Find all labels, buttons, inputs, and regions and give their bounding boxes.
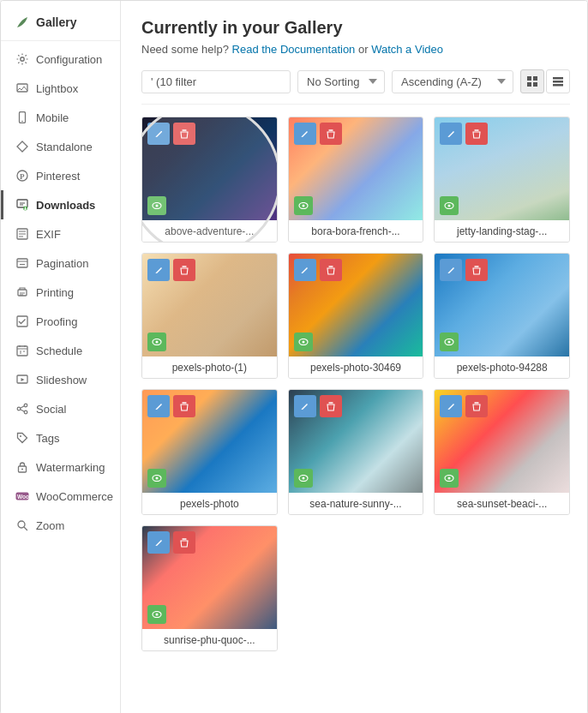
delete-button[interactable] [465, 259, 488, 281]
gallery-item[interactable]: sunrise-phu-quoc-... [141, 525, 278, 651]
delete-button[interactable] [173, 259, 195, 281]
diamond-icon [15, 140, 29, 153]
sidebar-item-configuration[interactable]: Configuration [1, 45, 120, 74]
delete-button[interactable] [320, 259, 342, 281]
sidebar-logo[interactable]: Gallery [1, 8, 120, 37]
sidebar-item-woocommerce[interactable]: Woo WooCommerce [1, 482, 120, 511]
page-title: Currently in your Gallery [141, 18, 570, 38]
svg-point-47 [302, 477, 304, 480]
sidebar-item-slideshow[interactable]: Slideshow [1, 365, 120, 394]
sidebar-item-exif[interactable]: EXIF [1, 219, 120, 249]
view-toggle [520, 69, 570, 93]
gallery-item[interactable]: jetty-landing-stag-... [434, 117, 570, 243]
svg-rect-30 [553, 81, 563, 83]
sidebar: Gallery Configuration Lightbox [1, 1, 121, 713]
svg-point-19 [20, 435, 21, 437]
sidebar-item-lightbox[interactable]: Lightbox [1, 74, 120, 103]
order-select[interactable]: Ascending (A-Z)Descending (Z-A) [392, 70, 513, 93]
gallery-item[interactable]: pexels-photo-(1) [141, 253, 278, 379]
view-button[interactable] [147, 469, 166, 488]
filter-wrap [141, 70, 291, 93]
delete-button[interactable] [173, 123, 195, 145]
svg-text:P: P [20, 172, 25, 181]
edit-button[interactable] [147, 123, 170, 145]
delete-button[interactable] [173, 395, 195, 417]
sidebar-item-standalone[interactable]: Standalone [1, 132, 120, 161]
gear-icon [15, 52, 29, 66]
svg-rect-13 [17, 346, 27, 356]
gallery-item[interactable]: above-adventure-... [141, 117, 278, 243]
gallery-item[interactable]: pexels-photo [141, 389, 278, 515]
item-controls [294, 395, 342, 417]
list-view-button[interactable] [546, 69, 570, 93]
view-button[interactable] [294, 333, 313, 351]
view-button[interactable] [440, 469, 459, 488]
gallery-item-inner [435, 117, 569, 220]
edit-button[interactable] [147, 395, 170, 417]
edit-button[interactable] [147, 259, 170, 281]
view-button[interactable] [440, 196, 459, 215]
social-icon [15, 402, 29, 416]
item-controls [294, 259, 342, 281]
edit-button[interactable] [440, 259, 462, 281]
sorting-select[interactable]: No SortingNameDateRandom [297, 70, 385, 93]
gallery-item[interactable]: pexels-photo-94288 [434, 253, 570, 379]
edit-button[interactable] [147, 531, 170, 554]
gallery-item-inner [142, 117, 277, 220]
gallery-item[interactable]: bora-bora-french-... [288, 117, 424, 243]
svg-marker-15 [21, 378, 25, 381]
gallery-item-inner [142, 254, 277, 356]
sidebar-item-social[interactable]: Social [1, 394, 120, 423]
item-controls [147, 395, 195, 417]
svg-rect-27 [527, 82, 531, 87]
filter-input[interactable] [141, 70, 291, 93]
sidebar-item-zoom[interactable]: Zoom [1, 511, 120, 540]
doc-link[interactable]: Read the Documentation [232, 43, 356, 56]
schedule-icon [15, 344, 29, 357]
view-button[interactable] [440, 333, 459, 351]
gallery-item[interactable]: pexels-photo-30469 [288, 253, 424, 379]
downloads-icon [15, 198, 29, 212]
sidebar-item-schedule[interactable]: Schedule [1, 336, 120, 365]
grid-view-button[interactable] [520, 69, 544, 93]
svg-point-18 [24, 410, 27, 414]
delete-button[interactable] [173, 531, 195, 554]
sidebar-item-watermarking[interactable]: Watermarking [1, 452, 120, 482]
delete-button[interactable] [320, 395, 342, 417]
svg-point-24 [18, 521, 25, 528]
sidebar-item-printing[interactable]: Printing [1, 278, 120, 307]
item-controls [440, 123, 488, 145]
svg-rect-26 [533, 76, 537, 81]
view-button[interactable] [147, 333, 166, 351]
sidebar-item-pinterest[interactable]: P Pinterest [1, 161, 120, 190]
video-link[interactable]: Watch a Video [371, 43, 443, 56]
view-button[interactable] [294, 469, 313, 488]
delete-button[interactable] [465, 395, 488, 417]
gallery-item[interactable]: sea-sunset-beaci-... [434, 389, 570, 515]
view-button[interactable] [147, 196, 166, 215]
svg-rect-31 [553, 84, 563, 87]
item-label: pexels-photo-94288 [435, 356, 569, 378]
sidebar-item-tags[interactable]: Tags [1, 423, 120, 452]
item-label: sea-sunset-beaci-... [435, 493, 569, 514]
view-button[interactable] [147, 605, 166, 624]
edit-button[interactable] [294, 259, 316, 281]
sidebar-item-mobile[interactable]: Mobile [1, 103, 120, 132]
gallery-item-inner [142, 390, 277, 493]
view-button[interactable] [294, 196, 313, 215]
delete-button[interactable] [320, 123, 342, 145]
sidebar-item-downloads[interactable]: Downloads [1, 190, 120, 219]
edit-button[interactable] [294, 395, 316, 417]
svg-point-21 [21, 469, 23, 470]
edit-button[interactable] [440, 395, 462, 417]
edit-button[interactable] [294, 123, 316, 145]
sidebar-item-proofing[interactable]: Proofing [1, 307, 120, 336]
leaf-icon [15, 15, 29, 29]
zoom-icon [15, 518, 29, 532]
sidebar-item-pagination[interactable]: Pagination [1, 249, 120, 278]
slideshow-icon [15, 373, 29, 386]
delete-button[interactable] [465, 123, 488, 145]
edit-button[interactable] [440, 123, 462, 145]
gallery-item[interactable]: sea-nature-sunny-... [288, 389, 424, 515]
svg-rect-25 [527, 76, 531, 81]
